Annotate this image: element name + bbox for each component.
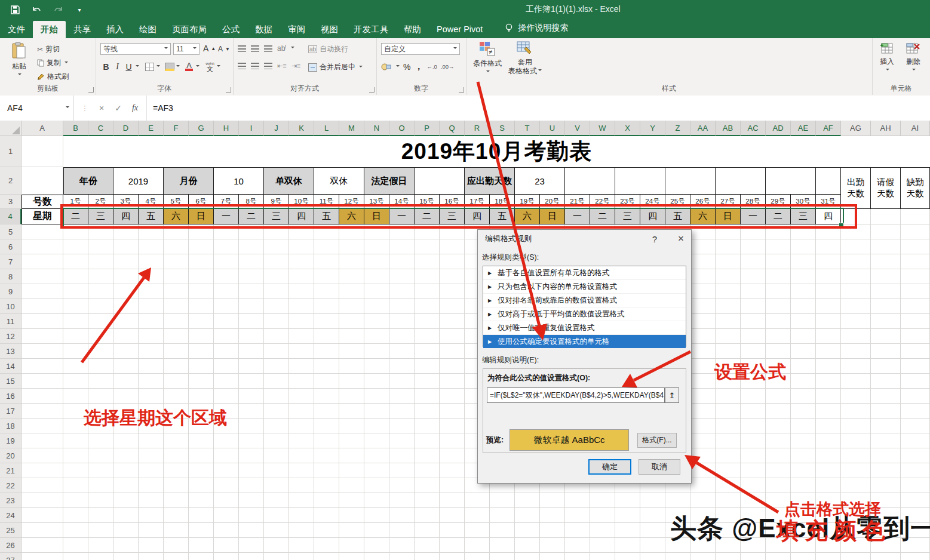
grid-cell[interactable] [113, 314, 139, 329]
grid-cell[interactable] [816, 419, 841, 433]
grid-cell[interactable] [214, 478, 239, 493]
grid-cell[interactable] [440, 374, 465, 389]
col-header[interactable]: D [113, 121, 139, 136]
grid-cell[interactable] [841, 329, 871, 344]
grid-cell[interactable] [791, 254, 816, 269]
grid-cell[interactable] [139, 448, 164, 463]
grid-cell[interactable] [901, 448, 930, 463]
grid-cell[interactable] [389, 493, 415, 508]
grid-cell[interactable] [364, 404, 389, 419]
grid-cell[interactable] [690, 329, 716, 344]
grid-cell[interactable] [289, 269, 314, 284]
grid-cell[interactable] [264, 523, 289, 538]
grid-cell[interactable] [791, 419, 816, 433]
ribbon-tab[interactable]: 共享 [66, 21, 99, 39]
grid-cell[interactable] [690, 224, 716, 239]
col-header[interactable]: G [189, 121, 214, 136]
grid-cell[interactable] [113, 329, 139, 344]
grid-cell[interactable] [766, 463, 791, 478]
ribbon-tab[interactable]: 视图 [313, 21, 346, 39]
grid-cell[interactable] [389, 433, 415, 448]
grid-cell[interactable] [214, 538, 239, 553]
grid-cell[interactable] [189, 463, 214, 478]
grid-cell[interactable] [63, 239, 88, 254]
grid-cell[interactable] [113, 299, 139, 314]
grid-cell[interactable] [716, 389, 741, 404]
grid-cell[interactable] [841, 254, 871, 269]
merge-center-button[interactable]: 合并后居中 [308, 62, 363, 72]
grid-cell[interactable] [716, 448, 741, 463]
grid-cell[interactable] [766, 478, 791, 493]
grid-cell[interactable] [766, 419, 791, 433]
col-header[interactable]: P [415, 121, 440, 136]
row-number[interactable]: 9 [0, 284, 22, 299]
grid-cell[interactable] [540, 523, 565, 538]
weekday-cell[interactable]: 日 [540, 209, 565, 224]
row-number[interactable]: 7 [0, 254, 22, 269]
grid-cell[interactable] [389, 389, 415, 404]
grid-cell[interactable] [63, 389, 88, 404]
day-cell[interactable]: 4号 [139, 195, 164, 209]
grid-cell[interactable] [615, 493, 640, 508]
grid-cell[interactable] [816, 254, 841, 269]
grid-cell[interactable] [139, 493, 164, 508]
grid-cell[interactable] [139, 254, 164, 269]
grid-cell[interactable] [164, 224, 189, 239]
grid-cell[interactable] [816, 374, 841, 389]
grid-cell[interactable] [289, 448, 314, 463]
grid-cell[interactable] [63, 448, 88, 463]
grid-cell[interactable] [63, 538, 88, 553]
col-header[interactable]: J [264, 121, 289, 136]
grid-cell[interactable] [63, 224, 88, 239]
row-number[interactable]: 24 [0, 508, 22, 523]
grid-cell[interactable] [214, 448, 239, 463]
grid-cell[interactable] [716, 553, 741, 560]
weekday-cell[interactable]: 六 [690, 209, 716, 224]
grid-cell[interactable] [871, 359, 901, 374]
grid-cell[interactable] [716, 239, 741, 254]
grid-cell[interactable] [264, 553, 289, 560]
grid-cell[interactable] [189, 239, 214, 254]
grid-cell[interactable] [22, 374, 63, 389]
grid-cell[interactable] [264, 314, 289, 329]
grid-cell[interactable] [289, 523, 314, 538]
grid-cell[interactable] [901, 239, 930, 254]
grid-cell[interactable] [716, 463, 741, 478]
grid-cell[interactable] [871, 299, 901, 314]
weekday-cell[interactable]: 一 [741, 209, 766, 224]
grid-cell[interactable] [264, 374, 289, 389]
grid-cell[interactable] [339, 239, 364, 254]
grid-cell[interactable] [22, 284, 63, 299]
grid-cell[interactable] [490, 538, 515, 553]
grid-cell[interactable] [415, 239, 440, 254]
grid-cell[interactable] [88, 344, 113, 359]
grid-cell[interactable] [901, 329, 930, 344]
weekday-cell[interactable]: 日 [189, 209, 214, 224]
header-cell[interactable] [615, 167, 665, 195]
grid-cell[interactable] [741, 344, 766, 359]
grid-cell[interactable] [716, 419, 741, 433]
row-number[interactable]: 4 [0, 209, 22, 224]
format-as-table-button[interactable]: 套用 表格格式 [508, 41, 542, 76]
grid-cell[interactable] [63, 329, 88, 344]
grid-cell[interactable] [415, 224, 440, 239]
col-header[interactable]: Q [440, 121, 465, 136]
grid-cell[interactable] [440, 493, 465, 508]
grid-cell[interactable] [440, 478, 465, 493]
grid-cell[interactable] [339, 419, 364, 433]
grid-cell[interactable] [189, 508, 214, 523]
grid-cell[interactable] [164, 254, 189, 269]
grid-cell[interactable] [264, 344, 289, 359]
grid-cell[interactable] [901, 254, 930, 269]
col-header[interactable]: AD [766, 121, 791, 136]
grid-cell[interactable] [239, 314, 264, 329]
grid-cell[interactable] [164, 538, 189, 553]
row-number[interactable]: 27 [0, 553, 22, 560]
grid-cell[interactable] [189, 448, 214, 463]
grid-cell[interactable] [164, 553, 189, 560]
row-number[interactable]: 15 [0, 374, 22, 389]
grid-cell[interactable] [690, 239, 716, 254]
row-number[interactable]: 1 [0, 136, 22, 167]
grid-cell[interactable] [214, 359, 239, 374]
day-cell[interactable]: 17号 [465, 195, 490, 209]
